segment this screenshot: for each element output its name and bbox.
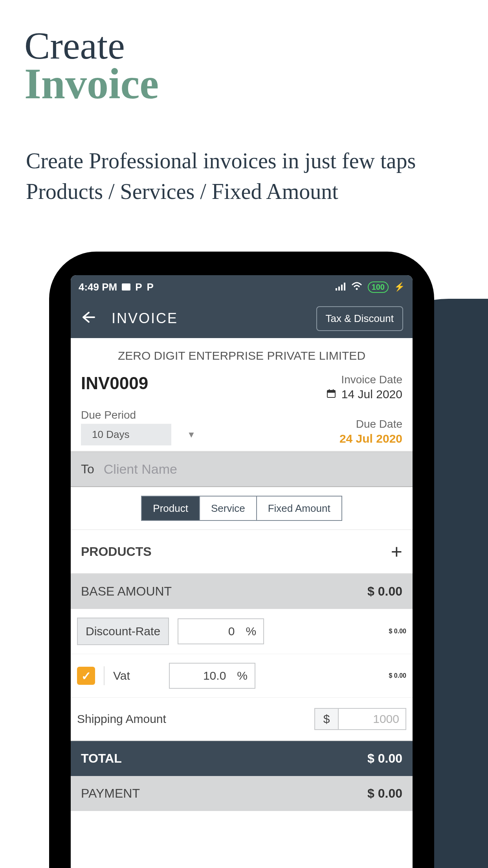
due-period-select[interactable]: 10 Days ▼ [81,424,196,445]
svg-rect-1 [338,287,340,291]
svg-point-4 [356,288,358,290]
total-label: TOTAL [81,751,122,766]
discount-rate-input[interactable]: 0 % [178,618,264,644]
status-bar: 4:49 PM P P 100 ⚡ [71,275,413,299]
discount-amount: $ 0.00 [389,628,406,635]
base-amount-value: $ 0.00 [367,584,402,599]
status-icon-p1: P [135,281,142,293]
tab-product[interactable]: Product [142,497,199,520]
vat-unit: % [237,669,248,682]
discount-row: Discount-Rate 0 % $ 0.00 [71,609,413,654]
due-period-label: Due Period [81,409,196,421]
status-app-icon [122,283,130,291]
products-label: PRODUCTS [81,544,152,559]
invoice-date-label: Invoice Date [327,373,402,386]
svg-rect-6 [327,390,335,393]
hero-title-line2: Invoice [24,59,159,109]
discount-value: 0 [228,625,235,638]
status-time: 4:49 PM [79,281,117,293]
invoice-date-value[interactable]: 14 Jul 2020 [341,388,402,401]
svg-rect-7 [329,389,330,392]
total-value: $ 0.00 [367,751,402,766]
tab-service[interactable]: Service [199,497,256,520]
phone-frame: 4:49 PM P P 100 ⚡ INVOICE Tax & Di [49,252,434,868]
back-icon[interactable] [80,309,96,328]
vat-label: Vat [113,669,160,682]
due-date-label: Due Date [339,418,402,430]
due-date-value: 24 Jul 2020 [339,432,402,445]
base-amount-row: BASE AMOUNT $ 0.00 [71,574,413,609]
total-row: TOTAL $ 0.00 [71,741,413,776]
vat-rate-input[interactable]: 10.0 % [169,663,255,689]
item-type-segment: Product Service Fixed Amount [71,487,413,530]
status-icon-p2: P [147,281,154,293]
products-header: PRODUCTS + [71,530,413,574]
battery-indicator: 100 [368,281,389,293]
to-label: To [81,462,94,476]
shipping-row: Shipping Amount $ 1000 [71,698,413,741]
due-period-value: 10 Days [81,424,171,445]
app-bar: INVOICE Tax & Discount [71,299,413,338]
wifi-icon [351,281,362,293]
phone-screen: 4:49 PM P P 100 ⚡ INVOICE Tax & Di [71,275,413,868]
discount-unit: % [246,625,256,638]
invoice-header-card: ZERO DIGIT ENTERPRISE PRIVATE LIMITED IN… [71,338,413,452]
base-amount-label: BASE AMOUNT [81,584,172,599]
shipping-label: Shipping Amount [77,712,166,726]
separator [104,666,105,685]
hero-subtitle: Create Professional invoices in just few… [26,145,416,207]
payment-row: PAYMENT $ 0.00 [71,776,413,811]
tax-discount-button[interactable]: Tax & Discount [316,306,403,331]
client-name-input[interactable]: Client Name [104,462,402,477]
signal-icon [336,281,346,293]
client-row[interactable]: To Client Name [71,452,413,487]
chevron-down-icon: ▼ [187,430,196,440]
invoice-number: INV0009 [81,373,148,393]
calendar-icon [327,388,339,401]
appbar-title: INVOICE [112,310,301,327]
charging-icon: ⚡ [394,282,405,292]
svg-rect-8 [333,389,334,392]
hero-sub-line2: Products / Services / Fixed Amount [26,176,416,207]
vat-value: 10.0 [203,669,226,682]
shipping-currency: $ [315,709,339,729]
company-name: ZERO DIGIT ENTERPRISE PRIVATE LIMITED [81,349,402,362]
vat-amount: $ 0.00 [389,672,406,679]
tab-fixed-amount[interactable]: Fixed Amount [256,497,341,520]
svg-rect-0 [336,288,337,291]
vat-row: ✓ Vat 10.0 % $ 0.00 [71,654,413,698]
add-product-icon[interactable]: + [391,540,402,563]
vat-checkbox[interactable]: ✓ [77,667,95,685]
payment-value: $ 0.00 [367,786,402,801]
payment-label: PAYMENT [81,786,140,801]
discount-rate-button[interactable]: Discount-Rate [77,618,169,645]
shipping-amount-input[interactable]: $ 1000 [314,708,406,730]
hero-sub-line1: Create Professional invoices in just few… [26,145,416,176]
svg-rect-2 [341,285,343,291]
shipping-placeholder: 1000 [339,712,405,726]
svg-rect-3 [344,283,345,291]
